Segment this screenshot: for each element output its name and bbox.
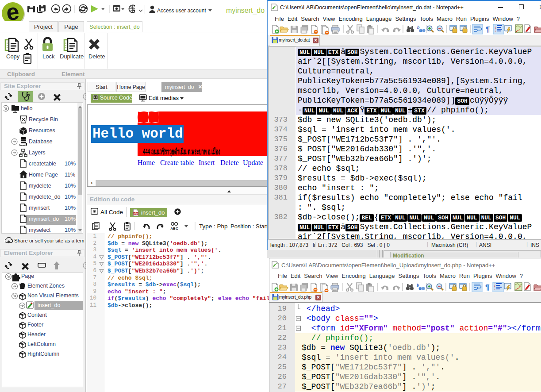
- svg-text:ABC: ABC: [170, 227, 178, 231]
- svg-text:¶: ¶: [485, 283, 489, 292]
- svg-text:php: php: [134, 212, 138, 215]
- svg-text:¶: ¶: [486, 25, 490, 34]
